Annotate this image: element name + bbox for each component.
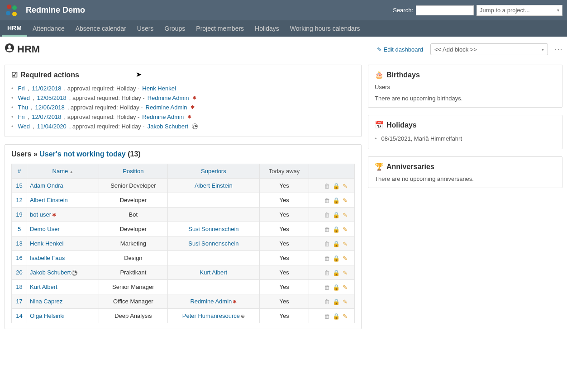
edit-icon[interactable]: ✎ bbox=[342, 212, 348, 218]
col-position[interactable]: Position bbox=[99, 164, 167, 179]
action-user-link[interactable]: Redmine Admin bbox=[146, 104, 187, 111]
action-user-link[interactable]: Jakob Schubert bbox=[148, 123, 188, 130]
row-name-link[interactable]: Olga Helsinki bbox=[30, 312, 65, 319]
row-superior: Susi Sonnenschein bbox=[167, 236, 259, 251]
delete-icon[interactable]: 🗑 bbox=[324, 284, 330, 290]
row-position: Senior Manager bbox=[99, 280, 167, 294]
nav-groups[interactable]: Groups bbox=[159, 21, 191, 36]
delete-icon[interactable]: 🗑 bbox=[324, 183, 330, 189]
action-day-link[interactable]: Wed bbox=[18, 94, 30, 101]
nav-holidays[interactable]: Holidays bbox=[249, 21, 285, 36]
more-menu-icon[interactable]: ⋯ bbox=[554, 44, 562, 54]
row-id-link[interactable]: 17 bbox=[16, 298, 22, 305]
search-input[interactable] bbox=[416, 5, 474, 15]
nav-absence-calendar[interactable]: Absence calendar bbox=[70, 21, 132, 36]
delete-icon[interactable]: 🗑 bbox=[324, 212, 330, 218]
row-id-link[interactable]: 15 bbox=[16, 182, 22, 189]
action-date-link[interactable]: 12/06/2018 bbox=[35, 104, 65, 111]
row-id-link[interactable]: 16 bbox=[16, 255, 22, 261]
lock-icon[interactable]: 🔒 bbox=[333, 284, 339, 290]
required-action-item: Wed, 11/04/2020, approval required: Holi… bbox=[11, 122, 355, 131]
delete-icon[interactable]: 🗑 bbox=[324, 298, 330, 305]
lock-icon[interactable]: 🔒 bbox=[333, 226, 339, 232]
nav-working-hours-calendars[interactable]: Working hours calendars bbox=[285, 21, 366, 36]
action-date-link[interactable]: 12/07/2018 bbox=[32, 113, 61, 120]
action-date-link[interactable]: 11/02/2018 bbox=[32, 85, 61, 92]
delete-icon[interactable]: 🗑 bbox=[324, 269, 330, 276]
row-position: Developer bbox=[99, 222, 167, 236]
action-day-link[interactable]: Fri bbox=[18, 113, 25, 120]
delete-icon[interactable]: 🗑 bbox=[324, 197, 330, 203]
row-name-link[interactable]: Albert Einstein bbox=[30, 197, 68, 203]
edit-icon[interactable]: ✎ bbox=[342, 241, 348, 247]
table-row: 15 Adam Ondra Senior Developer Albert Ei… bbox=[12, 179, 355, 193]
app-logo[interactable] bbox=[5, 3, 19, 18]
action-day-link[interactable]: Wed bbox=[18, 123, 30, 130]
row-name-link[interactable]: bot user bbox=[30, 211, 51, 218]
edit-icon[interactable]: ✎ bbox=[342, 298, 348, 305]
superior-link[interactable]: Albert Einstein bbox=[195, 182, 233, 189]
edit-icon[interactable]: ✎ bbox=[342, 197, 348, 203]
row-position: Deep Analysis bbox=[99, 309, 167, 323]
row-name-link[interactable]: Henk Henkel bbox=[30, 240, 63, 247]
edit-icon[interactable]: ✎ bbox=[342, 226, 348, 232]
project-jump-select[interactable]: Jump to a project... ▾ bbox=[476, 5, 562, 16]
delete-icon[interactable]: 🗑 bbox=[324, 313, 330, 319]
lock-icon[interactable]: 🔒 bbox=[333, 313, 339, 319]
edit-icon[interactable]: ✎ bbox=[342, 313, 348, 319]
action-user-link[interactable]: Henk Henkel bbox=[142, 85, 176, 92]
lock-icon[interactable]: 🔒 bbox=[333, 183, 339, 189]
lock-icon[interactable]: 🔒 bbox=[333, 255, 339, 261]
col-name[interactable]: Name▲ bbox=[27, 164, 99, 179]
row-name-link[interactable]: Kurt Albert bbox=[30, 283, 57, 290]
lock-icon[interactable]: 🔒 bbox=[333, 241, 339, 247]
row-id-link[interactable]: 5 bbox=[18, 226, 21, 232]
edit-icon[interactable]: ✎ bbox=[342, 255, 348, 261]
row-name-link[interactable]: Demo User bbox=[30, 226, 60, 232]
row-id-link[interactable]: 19 bbox=[16, 211, 22, 218]
delete-icon[interactable]: 🗑 bbox=[324, 255, 330, 261]
edit-icon[interactable]: ✎ bbox=[342, 284, 348, 290]
row-name-link[interactable]: Nina Caprez bbox=[30, 298, 62, 305]
row-name-link[interactable]: Jakob Schubert bbox=[30, 269, 71, 276]
row-id-link[interactable]: 13 bbox=[16, 240, 22, 247]
nav-users[interactable]: Users bbox=[132, 21, 159, 36]
edit-icon[interactable]: ✎ bbox=[342, 183, 348, 189]
superior-link[interactable]: Kurt Albert bbox=[200, 269, 228, 276]
row-position: Office Manager bbox=[99, 294, 167, 309]
lock-icon[interactable]: 🔒 bbox=[333, 197, 339, 203]
delete-icon[interactable]: 🗑 bbox=[324, 241, 330, 247]
row-id-link[interactable]: 18 bbox=[16, 283, 22, 290]
row-id-link[interactable]: 14 bbox=[16, 312, 22, 319]
svg-point-5 bbox=[8, 45, 11, 48]
lock-icon[interactable]: 🔒 bbox=[333, 298, 339, 305]
action-user-link[interactable]: Redmine Admin bbox=[148, 94, 189, 101]
action-date-link[interactable]: 12/05/2018 bbox=[37, 94, 67, 101]
required-action-item: Wed, 12/05/2018, approval required: Holi… bbox=[11, 93, 355, 103]
nav-hrm[interactable]: HRM bbox=[2, 21, 27, 37]
add-block-select[interactable]: << Add block >> ▾ bbox=[430, 43, 548, 55]
nav-project-members[interactable]: Project members bbox=[191, 21, 249, 36]
lock-icon[interactable]: 🔒 bbox=[333, 269, 339, 276]
users-not-working-link[interactable]: User's not working today bbox=[39, 150, 126, 158]
nav-attendance[interactable]: Attendance bbox=[27, 21, 70, 36]
superior-link[interactable]: Susi Sonnenschein bbox=[188, 226, 238, 232]
row-id-link[interactable]: 20 bbox=[16, 269, 22, 276]
action-date-link[interactable]: 11/04/2020 bbox=[37, 123, 67, 130]
lock-icon[interactable]: 🔒 bbox=[333, 212, 339, 218]
row-name-link[interactable]: Isabelle Faus bbox=[30, 255, 65, 261]
edit-dashboard-link[interactable]: ✎ Edit dashboard bbox=[377, 46, 423, 53]
action-day-link[interactable]: Thu bbox=[18, 104, 28, 111]
app-title: Redmine Demo bbox=[26, 5, 393, 15]
action-user-link[interactable]: Redmine Admin bbox=[142, 113, 184, 120]
col-superiors[interactable]: Superiors bbox=[167, 164, 259, 179]
row-name-link[interactable]: Adam Ondra bbox=[30, 182, 63, 189]
action-day-link[interactable]: Fri bbox=[18, 85, 25, 92]
col-id[interactable]: # bbox=[12, 164, 27, 179]
edit-icon[interactable]: ✎ bbox=[342, 269, 348, 276]
superior-link[interactable]: Redmine Admin bbox=[190, 298, 232, 305]
superior-link[interactable]: Peter Humanresource bbox=[182, 312, 240, 319]
superior-link[interactable]: Susi Sonnenschein bbox=[188, 240, 238, 247]
row-id-link[interactable]: 12 bbox=[16, 197, 22, 203]
delete-icon[interactable]: 🗑 bbox=[324, 226, 330, 232]
